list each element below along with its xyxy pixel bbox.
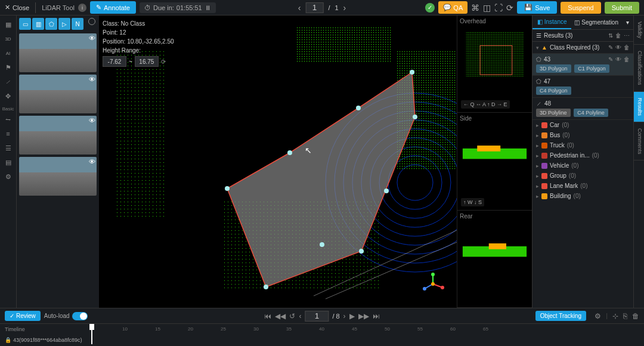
- eye-icon[interactable]: 👁: [89, 117, 95, 124]
- class-row[interactable]: ▸Group (0): [532, 171, 633, 181]
- skip-first-icon[interactable]: ⏮: [264, 312, 271, 320]
- result-48[interactable]: ⟋ 48 3D Polyline C4 Polyline: [532, 98, 633, 120]
- main-viewport[interactable]: Class: No Class Point: 12 Position: 10.8…: [99, 16, 457, 308]
- chevron-right-icon[interactable]: ▸: [536, 173, 539, 179]
- frame-input[interactable]: [305, 311, 329, 322]
- settings-icon[interactable]: ⚙: [2, 170, 15, 183]
- eye-icon[interactable]: 👁: [89, 35, 95, 42]
- review-button[interactable]: ✓ Review: [5, 311, 41, 321]
- polygon-vertex[interactable]: [264, 285, 268, 289]
- chevron-right-icon[interactable]: ▸: [536, 143, 539, 149]
- refresh-icon[interactable]: ⟳: [506, 3, 513, 13]
- polygon-vertex[interactable]: [287, 150, 292, 155]
- move-icon[interactable]: ✥: [2, 89, 15, 103]
- eye-icon[interactable]: 👁: [89, 76, 95, 83]
- class-row[interactable]: ▸Car (0): [532, 120, 633, 130]
- polyline-icon[interactable]: ⟋: [2, 75, 15, 88]
- gear-icon[interactable]: ⚙: [595, 312, 601, 320]
- next-page-icon[interactable]: ›: [343, 3, 346, 13]
- play-icon[interactable]: ▶: [349, 312, 355, 320]
- polygon-vertex[interactable]: [320, 242, 324, 247]
- filter-panel-icon[interactable]: ▾: [621, 16, 633, 29]
- grid-icon[interactable]: ▤: [2, 156, 15, 169]
- class-required-group[interactable]: ▾ ▲ Class Required (3) ✎👁🗑: [532, 42, 633, 54]
- more-icon[interactable]: ⋯: [624, 32, 630, 39]
- eye-icon[interactable]: 👁: [89, 158, 95, 165]
- class-row[interactable]: ▸Lane Mark (0): [532, 181, 633, 191]
- copy-frame-icon[interactable]: ⎘: [623, 312, 627, 320]
- polygon-vertex[interactable]: [384, 189, 389, 193]
- overhead-view[interactable]: Overhead ← Q ↔ A ↑ D → E: [457, 16, 532, 113]
- height-max-input[interactable]: [135, 56, 159, 67]
- chevron-right-icon[interactable]: ▸: [536, 132, 539, 138]
- vtab-comments[interactable]: Comments: [634, 122, 644, 161]
- vtab-validity[interactable]: Validity: [634, 16, 644, 45]
- chevron-down-icon[interactable]: ▾: [536, 45, 539, 51]
- skip-last-icon[interactable]: ⏭: [373, 312, 380, 320]
- measure-icon[interactable]: ⥊: [2, 113, 15, 126]
- trash-icon[interactable]: 🗑: [624, 44, 630, 51]
- submit-button[interactable]: Submit: [605, 2, 639, 14]
- vtab-results[interactable]: Results: [634, 92, 644, 122]
- qa-button[interactable]: 💬 QA: [438, 1, 467, 14]
- rect-tool[interactable]: ▭: [19, 18, 31, 30]
- next-frame-icon[interactable]: ›: [343, 312, 346, 320]
- bug-icon[interactable]: ⌘: [471, 3, 479, 13]
- timeline[interactable]: Timeline 5101520253035404550556065 🔒 43(…: [0, 324, 644, 346]
- annotate-button[interactable]: ✎ Annotate: [90, 1, 136, 14]
- tab-segmentation[interactable]: ◫Segmentation: [571, 16, 621, 29]
- camera-view-2[interactable]: 👁: [19, 75, 97, 113]
- save-button[interactable]: 💾 Save: [517, 1, 557, 14]
- object-tracking-button[interactable]: Object Tracking: [535, 311, 586, 321]
- polygon-vertex[interactable]: [225, 186, 230, 191]
- chevron-right-icon[interactable]: ▸: [536, 153, 539, 159]
- axis-gizmo[interactable]: [421, 272, 445, 296]
- class-row[interactable]: ▸Bus (0): [532, 130, 633, 140]
- suspend-button[interactable]: Suspend: [561, 2, 600, 14]
- trash-icon[interactable]: 🗑: [624, 56, 630, 63]
- layers-icon[interactable]: ≡: [2, 127, 15, 140]
- timeline-track[interactable]: 🔒 43(9091f88***664aba8fc89c): [5, 336, 638, 344]
- camera-view-4[interactable]: 👁: [19, 157, 97, 196]
- vtab-classifications[interactable]: Classifications: [634, 45, 644, 92]
- page-input[interactable]: [305, 2, 323, 13]
- replay-icon[interactable]: ↺: [289, 312, 295, 320]
- info-icon[interactable]: i: [78, 4, 86, 12]
- chevron-right-icon[interactable]: ▸: [536, 183, 539, 189]
- filter-icon[interactable]: ☰: [2, 141, 15, 155]
- sort-icon[interactable]: ⇅: [608, 32, 613, 39]
- autoload-toggle[interactable]: Auto-load: [44, 312, 88, 320]
- chevron-right-icon[interactable]: ▸: [536, 193, 539, 199]
- result-47[interactable]: ⬠ 47 C4 Polygon: [532, 76, 633, 98]
- polygon-vertex[interactable]: [413, 115, 417, 119]
- chevron-right-icon[interactable]: ▸: [536, 163, 539, 169]
- align-icon[interactable]: ⊹: [612, 312, 618, 320]
- pause-icon[interactable]: ⏸: [205, 4, 211, 11]
- step-fwd-icon[interactable]: ▶▶: [358, 312, 369, 320]
- edit-icon[interactable]: ✎: [608, 56, 613, 63]
- polygon-tool[interactable]: ⬠: [45, 18, 57, 30]
- step-back-icon[interactable]: ◀◀: [275, 312, 286, 320]
- cuboid-tool[interactable]: ▥: [32, 18, 44, 30]
- polygon-vertex[interactable]: [356, 106, 361, 110]
- delete-icon[interactable]: 🗑: [615, 32, 621, 39]
- camera-view-3[interactable]: 👁: [19, 116, 97, 155]
- class-row[interactable]: ▸Vehicle (0): [532, 160, 633, 171]
- ai-icon[interactable]: AI: [2, 47, 15, 60]
- toggle-switch[interactable]: [72, 312, 88, 320]
- prev-page-icon[interactable]: ‹: [298, 3, 301, 13]
- side-view[interactable]: Side ↑ W ↓ S: [457, 113, 532, 210]
- polygon-vertex[interactable]: [410, 70, 414, 75]
- delete-frame-icon[interactable]: 🗑: [632, 312, 639, 320]
- close-button[interactable]: ✕ Close: [5, 4, 29, 11]
- flag-icon[interactable]: ⚑: [2, 61, 15, 74]
- prev-frame-icon[interactable]: ‹: [299, 312, 301, 320]
- edit-icon[interactable]: ✎: [608, 44, 613, 51]
- polyline-tool-2[interactable]: N: [72, 18, 83, 30]
- height-min-input[interactable]: [103, 56, 126, 67]
- cube-icon[interactable]: ▦: [2, 18, 15, 31]
- chevron-right-icon[interactable]: ▸: [536, 122, 539, 128]
- rear-view[interactable]: Rear: [457, 211, 532, 308]
- expand-icon[interactable]: ⛶: [494, 3, 503, 13]
- eye-small-icon[interactable]: 👁: [615, 56, 621, 63]
